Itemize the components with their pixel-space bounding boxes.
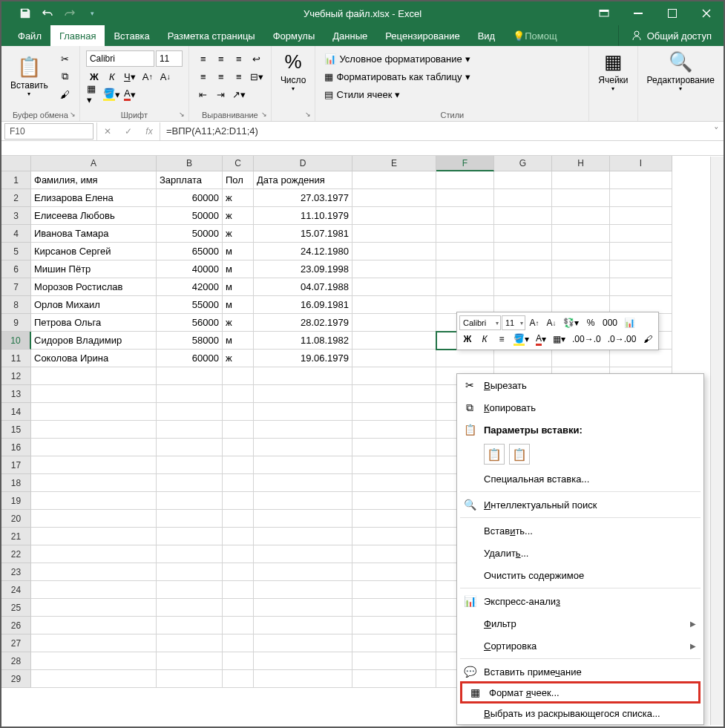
cell-A9[interactable]: Петрова Ольга	[31, 314, 157, 332]
clipboard-launcher-icon[interactable]: ↘	[68, 109, 78, 119]
borders-button[interactable]: ▦ ▾	[86, 86, 102, 102]
cell-E12[interactable]	[352, 367, 436, 385]
cell-A8[interactable]: Орлов Михаил	[31, 296, 157, 314]
cm-insert[interactable]: Вставить...	[457, 519, 703, 542]
shrink-font-button[interactable]: A↓	[157, 68, 174, 85]
cell-D3[interactable]: 11.10.1979	[254, 207, 352, 225]
cell-E20[interactable]	[352, 510, 436, 528]
cell-B18[interactable]	[157, 474, 223, 492]
grow-font-button[interactable]: A↑	[140, 68, 156, 85]
cm-cut[interactable]: ✂ Вырезать	[457, 374, 703, 396]
cell-E9[interactable]	[352, 314, 436, 332]
cell-A4[interactable]: Иванова Тамара	[31, 225, 157, 243]
cell-I4[interactable]	[610, 225, 672, 243]
cell-G7[interactable]	[494, 278, 552, 296]
cell-H6[interactable]	[552, 260, 610, 278]
cell-I1[interactable]	[610, 171, 672, 189]
editing-button[interactable]: 🔍 Редактирование ▾	[643, 49, 719, 94]
cell-A17[interactable]	[31, 456, 157, 474]
cell-A6[interactable]: Мишин Пётр	[31, 260, 157, 278]
format-painter-icon[interactable]: 🖌	[57, 86, 73, 102]
cell-I5[interactable]	[610, 243, 672, 260]
mini-font-color-icon[interactable]: A▾	[533, 331, 549, 347]
italic-button[interactable]: К	[104, 68, 120, 85]
align-right-icon[interactable]: ≡	[231, 68, 247, 85]
cell-H2[interactable]	[552, 189, 610, 207]
mini-italic-button[interactable]: К	[476, 331, 493, 347]
cell-C10[interactable]: м	[223, 332, 254, 350]
cell-B5[interactable]: 65000	[157, 243, 223, 260]
cell-B7[interactable]: 42000	[157, 278, 223, 296]
name-box[interactable]: F10	[4, 123, 94, 140]
minimize-button[interactable]	[621, 1, 655, 25]
orientation-icon[interactable]: ↗▾	[231, 86, 247, 102]
cell-E5[interactable]	[352, 243, 436, 260]
cell-E24[interactable]	[352, 581, 436, 599]
cell-A5[interactable]: Кирсанов Сергей	[31, 243, 157, 260]
cell-C2[interactable]: ж	[223, 189, 254, 207]
cell-E27[interactable]	[352, 634, 436, 652]
align-center-icon[interactable]: ≡	[213, 68, 229, 85]
cell-D16[interactable]	[254, 439, 352, 456]
cell-D2[interactable]: 27.03.1977	[254, 189, 352, 207]
cell-H1[interactable]	[552, 171, 610, 189]
underline-button[interactable]: Ч ▾	[122, 68, 138, 85]
cell-C6[interactable]: м	[223, 260, 254, 278]
tab-home[interactable]: Главная	[50, 25, 105, 46]
cell-B19[interactable]	[157, 492, 223, 510]
row-header-21[interactable]: 21	[1, 528, 31, 545]
select-all-corner[interactable]	[1, 156, 31, 171]
cell-E10[interactable]	[352, 332, 436, 350]
cell-A2[interactable]: Елизарова Елена	[31, 189, 157, 207]
number-launcher-icon[interactable]: ↘	[303, 109, 313, 119]
row-header-2[interactable]: 2	[1, 189, 31, 207]
undo-icon[interactable]	[37, 3, 58, 24]
mini-shrink-font-icon[interactable]: A↓	[543, 315, 560, 331]
row-header-7[interactable]: 7	[1, 278, 31, 296]
cell-C18[interactable]	[223, 474, 254, 492]
row-header-19[interactable]: 19	[1, 492, 31, 510]
cell-C14[interactable]	[223, 403, 254, 421]
cell-C13[interactable]	[223, 385, 254, 403]
font-size-combo[interactable]: 11	[156, 50, 183, 67]
cell-D26[interactable]	[254, 617, 352, 634]
col-header-E[interactable]: E	[352, 156, 436, 171]
row-header-5[interactable]: 5	[1, 243, 31, 260]
cell-A15[interactable]	[31, 421, 157, 439]
row-header-10[interactable]: 10	[1, 332, 31, 350]
cell-C25[interactable]	[223, 599, 254, 617]
cell-B16[interactable]	[157, 439, 223, 456]
col-header-I[interactable]: I	[610, 156, 672, 171]
cell-A12[interactable]	[31, 367, 157, 385]
cm-clear[interactable]: Очистить содержимое	[457, 564, 703, 586]
cell-D27[interactable]	[254, 634, 352, 652]
cell-D14[interactable]	[254, 403, 352, 421]
cell-A25[interactable]	[31, 599, 157, 617]
cm-copy[interactable]: ⧉ Копировать	[457, 396, 703, 419]
cell-I3[interactable]	[610, 207, 672, 225]
cell-A26[interactable]	[31, 617, 157, 634]
col-header-F[interactable]: F	[436, 156, 494, 171]
cell-E4[interactable]	[352, 225, 436, 243]
cell-B24[interactable]	[157, 581, 223, 599]
cell-B13[interactable]	[157, 385, 223, 403]
cell-D20[interactable]	[254, 510, 352, 528]
mini-align-icon[interactable]: ≡	[493, 331, 510, 347]
tell-me[interactable]: 💡 Помощ	[504, 25, 565, 46]
redo-icon[interactable]	[59, 3, 80, 24]
cell-B25[interactable]	[157, 599, 223, 617]
align-bottom-icon[interactable]: ≡	[231, 50, 247, 67]
cell-A24[interactable]	[31, 581, 157, 599]
insert-function-icon[interactable]: fx	[139, 122, 160, 140]
format-as-table-button[interactable]: ▦ Форматировать как таблицу ▾	[321, 68, 583, 85]
paste-default-icon[interactable]: 📋	[484, 444, 505, 465]
mini-grow-font-icon[interactable]: A↑	[526, 315, 542, 331]
cell-G5[interactable]	[494, 243, 552, 260]
cm-pick-from-list[interactable]: Выбрать из раскрывающегося списка...	[457, 702, 703, 724]
row-header-28[interactable]: 28	[1, 652, 31, 670]
row-header-24[interactable]: 24	[1, 581, 31, 599]
cell-A22[interactable]	[31, 545, 157, 563]
cell-C17[interactable]	[223, 456, 254, 474]
cell-H3[interactable]	[552, 207, 610, 225]
qat-dropdown-icon[interactable]: ▾	[82, 3, 102, 24]
